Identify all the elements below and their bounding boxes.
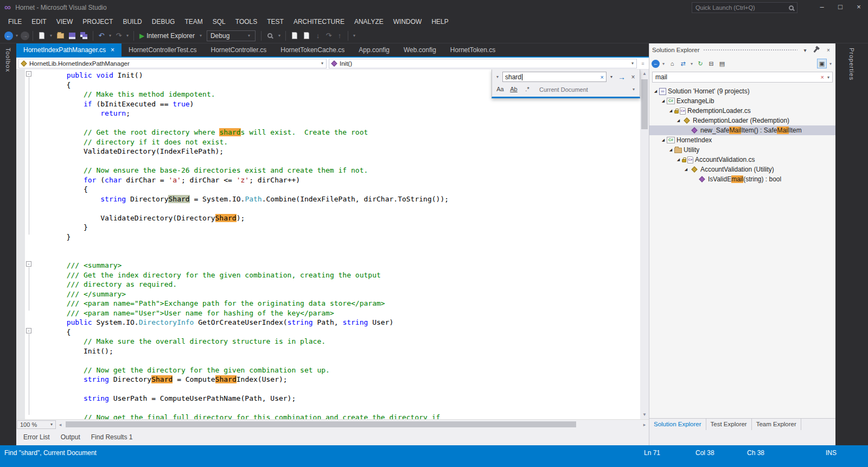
code-line[interactable]: // Now ensure the base-26 directories ex… <box>33 166 640 175</box>
expander-icon[interactable]: ◢ <box>660 138 667 142</box>
code-area[interactable]: public void Init() { // Make this method… <box>33 70 640 419</box>
code-line[interactable] <box>33 356 640 365</box>
run-target-label[interactable]: Internet Explorer <box>146 32 195 40</box>
breakpoints-window-button[interactable] <box>301 30 312 41</box>
tree-item[interactable]: ◢Utility <box>649 145 835 155</box>
open-file-button[interactable] <box>55 30 66 41</box>
editor-tab[interactable]: HornetToken.cs <box>443 43 502 56</box>
toolbar-overflow-icon[interactable]: ▾ <box>352 33 357 38</box>
scrollbar-thumb[interactable] <box>641 79 648 129</box>
find-expand-icon[interactable]: ▾ <box>494 74 501 79</box>
code-line[interactable]: string DirectoryShard = System.IO.Path.C… <box>33 194 640 204</box>
code-line[interactable]: ValidateDirectory(IndexFilePath); <box>33 147 640 156</box>
find-history-dropdown-icon[interactable]: ▾ <box>608 74 615 79</box>
expander-icon[interactable]: ◢ <box>652 89 659 93</box>
find-next-button[interactable]: → <box>616 73 627 81</box>
code-line[interactable]: string DirectoryShard = ComputeShardInde… <box>33 375 640 384</box>
code-line[interactable]: /// directory as required. <box>33 280 640 289</box>
se-back-button[interactable]: ← <box>652 60 660 68</box>
find-dropdown-icon[interactable]: ▾ <box>277 33 282 38</box>
new-file-dropdown-icon[interactable]: ▾ <box>48 33 54 38</box>
editor-tab[interactable]: Web.config <box>397 43 443 56</box>
menu-item-project[interactable]: PROJECT <box>78 16 118 28</box>
code-line[interactable]: // Get the root directory where shards w… <box>33 128 640 137</box>
panel-tab-find-results-1[interactable]: Find Results 1 <box>86 431 138 444</box>
redo-dropdown-icon[interactable]: ▾ <box>125 33 130 38</box>
save-all-button[interactable] <box>79 30 90 41</box>
scroll-left-icon[interactable]: ◂ <box>56 422 65 427</box>
code-line[interactable] <box>33 384 640 394</box>
code-line[interactable]: // directory if it does not exist. <box>33 137 640 147</box>
code-line[interactable]: /// </summary> <box>33 289 640 299</box>
show-all-files-button[interactable]: ▤ <box>717 59 727 68</box>
step-out-button[interactable]: ↑ <box>335 31 344 40</box>
code-line[interactable]: /// <param name="User">User name for has… <box>33 308 640 318</box>
code-line[interactable]: ValidateDirectory(DirectoryShard); <box>33 213 640 223</box>
scroll-right-icon[interactable]: ▸ <box>640 422 649 427</box>
tree-item[interactable]: ◢AccountValidation (Utility) <box>649 165 835 174</box>
regex-toggle[interactable]: .* <box>521 84 533 94</box>
clear-search-icon[interactable]: × <box>601 74 604 80</box>
undo-dropdown-icon[interactable]: ▾ <box>107 33 113 38</box>
code-line[interactable] <box>33 156 640 166</box>
code-line[interactable]: { <box>33 185 640 194</box>
menu-item-test[interactable]: TEST <box>262 16 289 28</box>
code-line[interactable]: if (bInitExecuted == true) <box>33 99 640 109</box>
find-in-files-button[interactable] <box>265 30 276 41</box>
code-line[interactable]: /// <param name="Path">Exchange path for… <box>33 299 640 308</box>
code-line[interactable]: for (char dirChar = 'a'; dirChar <= 'z';… <box>33 175 640 185</box>
vertical-scrollbar[interactable]: ▲ ▼ <box>640 70 649 419</box>
expander-icon[interactable]: ◢ <box>667 148 674 152</box>
fold-toggle-icon[interactable]: - <box>26 328 31 333</box>
code-line[interactable]: Init(); <box>33 346 640 356</box>
panel-tab-error-list[interactable]: Error List <box>18 431 55 444</box>
toolbox-tab[interactable]: Toolbox <box>5 48 11 72</box>
find-scope-dropdown[interactable]: Current Document <box>539 86 588 93</box>
tree-item[interactable]: ◢C#HornetIndex <box>649 135 835 145</box>
preview-selected-items-button[interactable]: ▣ <box>817 59 827 68</box>
type-dropdown[interactable]: HornetLib.HornetIndexPathManager ▾ <box>18 59 327 68</box>
clear-search-icon[interactable]: × <box>821 74 824 80</box>
menu-item-sql[interactable]: SQL <box>208 16 231 28</box>
editor-tab[interactable]: HornetController.cs <box>204 43 274 56</box>
tree-item[interactable]: IsValidEmail(string) : bool <box>649 174 835 184</box>
code-line[interactable]: // Now get the final full directory for … <box>33 413 640 419</box>
find-close-button[interactable]: × <box>629 73 637 81</box>
undo-button[interactable]: ↶ <box>97 31 106 40</box>
tree-item[interactable]: ◢C#RedemptionLoader.cs <box>649 106 835 116</box>
maximize-button[interactable]: □ <box>831 0 850 15</box>
code-line[interactable]: // Make sure the overall directory struc… <box>33 337 640 346</box>
horizontal-scrollbar[interactable] <box>65 420 640 429</box>
start-debugging-icon[interactable]: ▶ <box>139 32 144 40</box>
solution-config-combo[interactable]: Debug ▾ <box>207 30 256 41</box>
scroll-down-icon[interactable]: ▼ <box>640 411 649 419</box>
minimize-button[interactable]: – <box>813 0 831 15</box>
editor-tab[interactable]: App.config <box>352 43 397 56</box>
chevron-down-icon[interactable]: ▾ <box>689 61 694 66</box>
menu-item-team[interactable]: TEAM <box>180 16 207 28</box>
tree-item[interactable]: ◢C#AccountValidation.cs <box>649 155 835 165</box>
menu-item-analyze[interactable]: ANALYZE <box>349 16 388 28</box>
code-line[interactable]: /// <summary> <box>33 261 640 270</box>
zoom-dropdown[interactable]: 100 % ▾ <box>17 420 56 429</box>
menu-item-architecture[interactable]: ARCHITECTURE <box>289 16 349 28</box>
home-button[interactable]: ⌂ <box>667 59 677 68</box>
navigate-back-button[interactable]: ← <box>4 31 13 40</box>
tree-item[interactable]: ◢RedemptionLoader (Redemption) <box>649 116 835 125</box>
expander-icon[interactable]: ◢ <box>675 157 682 162</box>
chevron-down-icon[interactable]: ▾ <box>661 61 666 66</box>
code-line[interactable]: // Now get the directory for the given c… <box>33 365 640 375</box>
new-file-button[interactable] <box>36 30 47 41</box>
editor-tab[interactable]: HornetControllerTest.cs <box>122 43 203 56</box>
quick-launch-input[interactable]: Quick Launch (Ctrl+Q) <box>692 2 797 13</box>
code-line[interactable] <box>33 118 640 128</box>
refresh-button[interactable]: ↻ <box>695 59 705 68</box>
tree-item[interactable]: ◢∞Solution 'Hornet' (9 projects) <box>649 86 835 96</box>
code-line[interactable]: { <box>33 327 640 337</box>
scroll-up-icon[interactable]: ▲ <box>640 70 649 78</box>
fold-toggle-icon[interactable]: - <box>26 261 31 267</box>
pin-icon[interactable] <box>813 48 818 53</box>
se-tab-solution-explorer[interactable]: Solution Explorer <box>649 419 706 430</box>
code-line[interactable]: } <box>33 223 640 232</box>
menu-item-tools[interactable]: TOOLS <box>231 16 262 28</box>
